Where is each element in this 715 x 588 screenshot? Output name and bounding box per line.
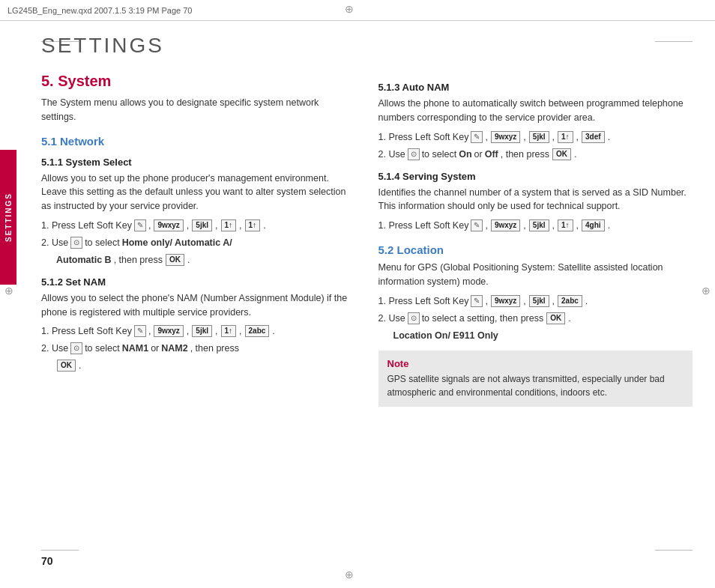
section-main-title: 5. System	[41, 73, 356, 90]
key-1d: 1↑	[558, 131, 573, 143]
reg-mark-top: ⊕	[345, 3, 354, 15]
step-5-2-2: 2. Use ⊙ to select a setting, then press…	[378, 311, 693, 326]
section-5-1-1-title: 5.1.1 System Select	[41, 157, 356, 168]
note-body: GPS satellite signals are not always tra…	[387, 372, 684, 399]
step-text: 1. Press Left Soft Key	[41, 324, 132, 339]
option-off: Off	[485, 147, 498, 162]
key-2b: 2abc	[558, 295, 582, 307]
key-ok-c: OK	[552, 148, 571, 160]
step-5-2-location-options: Location On/ E911 Only	[378, 328, 693, 343]
key-ok-b: OK	[57, 360, 76, 372]
two-column-layout: 5. System The System menu allows you to …	[41, 73, 693, 566]
key-soft: ✎	[134, 219, 146, 231]
key-9d: 9wxyz	[491, 219, 520, 231]
key-nav-e: ⊙	[408, 312, 420, 324]
side-tab: SETTINGS	[0, 150, 16, 285]
key-soft-d: ✎	[471, 219, 483, 231]
step-5-1-1-2: 2. Use ⊙ to select Home only/ Automatic …	[41, 235, 356, 250]
reg-mark-right: ⊕	[702, 285, 711, 297]
header-text: LG245B_Eng_new.qxd 2007.1.5 3:19 PM Page…	[7, 6, 192, 15]
step-5-1-2-2: 2. Use ⊙ to select NAM1 or NAM2 , then p…	[41, 341, 356, 356]
key-3: 3def	[582, 131, 605, 143]
key-ok-a: OK	[166, 254, 184, 266]
key-ok-e: OK	[546, 312, 565, 324]
section-main-body: The System menu allows you to designate …	[41, 96, 356, 124]
step-5-1-1-1: 1. Press Left Soft Key ✎, 9wxyz, 5jkl, 1…	[41, 218, 356, 233]
right-column: 5.1.3 Auto NAM Allows the phone to autom…	[378, 73, 693, 566]
step-5-1-3-1: 1. Press Left Soft Key ✎, 9wxyz, 5jkl, 1…	[378, 130, 693, 145]
section-5-2-body: Menu for GPS (Global Positioning System:…	[378, 261, 693, 289]
section-5-1-title: 5.1 Network	[41, 135, 356, 148]
key-nav: ⊙	[70, 237, 82, 249]
step-5-1-4-1: 1. Press Left Soft Key ✎, 9wxyz, 5jkl, 1…	[378, 218, 693, 233]
option-auto-b: Automatic B	[56, 252, 112, 267]
key-2: 2abc	[245, 325, 270, 337]
section-5-1-4-body: Identifies the channel number of a syste…	[378, 186, 693, 214]
key-5c: 5jkl	[529, 131, 549, 143]
side-tab-label: SETTINGS	[4, 193, 13, 242]
key-9c: 9wxyz	[491, 131, 520, 143]
section-5-1-2-title: 5.1.2 Set NAM	[41, 276, 356, 288]
option-on: On	[459, 147, 471, 162]
key-nav-c: ⊙	[408, 148, 420, 160]
key-soft-c: ✎	[471, 131, 483, 143]
main-content: SETTINGS 5. System The System menu allow…	[41, 26, 693, 566]
left-column: 5. System The System menu allows you to …	[41, 73, 356, 566]
section-5-1-4-title: 5.1.4 Serving System	[378, 171, 693, 182]
key-5d: 5jkl	[529, 219, 549, 231]
location-options: Location On/ E911 Only	[393, 328, 498, 343]
option-home: Home only/ Automatic A/	[122, 235, 232, 250]
key-nav-b: ⊙	[70, 342, 82, 354]
key-1a: 1↑	[221, 219, 237, 231]
key-9: 9wxyz	[154, 219, 183, 231]
key-1e: 1↑	[558, 219, 573, 231]
step-text: 1. Press Left Soft Key	[41, 218, 132, 233]
section-5-1-1-body: Allows you to set up the phone producer'…	[41, 172, 356, 213]
step-5-2-1: 1. Press Left Soft Key ✎, 9wxyz, 5jkl, 2…	[378, 294, 693, 309]
page-title: SETTINGS	[41, 34, 693, 58]
option-nam2: NAM2	[161, 341, 187, 356]
step-5-1-2-1: 1. Press Left Soft Key ✎, 9wxyz, 5jkl, 1…	[41, 324, 356, 339]
key-soft-b: ✎	[134, 325, 146, 337]
key-5e: 5jkl	[529, 295, 549, 307]
option-nam1: NAM1	[122, 341, 148, 356]
key-5b: 5jkl	[192, 325, 212, 337]
note-title: Note	[387, 358, 684, 369]
key-5: 5jkl	[192, 219, 212, 231]
step-5-1-2-2b: OK.	[41, 358, 356, 373]
step2-text: 2. Use	[41, 235, 68, 250]
key-4: 4ghi	[582, 219, 605, 231]
reg-mark-left: ⊕	[4, 285, 13, 297]
note-box: Note GPS satellite signals are not alway…	[378, 351, 693, 407]
key-1c: 1↑	[221, 325, 237, 337]
section-5-2-title: 5.2 Location	[378, 243, 693, 256]
reg-mark-bottom: ⊕	[345, 569, 354, 581]
section-5-1-2-body: Allows you to select the phone's NAM (Nu…	[41, 291, 356, 320]
header-bar: LG245B_Eng_new.qxd 2007.1.5 3:19 PM Page…	[0, 0, 715, 21]
key-9b: 9wxyz	[154, 325, 183, 337]
section-5-1-3-title: 5.1.3 Auto NAM	[378, 82, 693, 93]
section-5-1-3-body: Allows the phone to automatically switch…	[378, 97, 693, 125]
step-5-1-3-2: 2. Use ⊙ to select On or Off , then pres…	[378, 147, 693, 162]
key-1b: 1↑	[245, 219, 261, 231]
key-soft-e: ✎	[471, 295, 483, 307]
step-5-1-1-2b: Automatic B , then press OK.	[41, 252, 356, 267]
key-9e: 9wxyz	[491, 295, 520, 307]
